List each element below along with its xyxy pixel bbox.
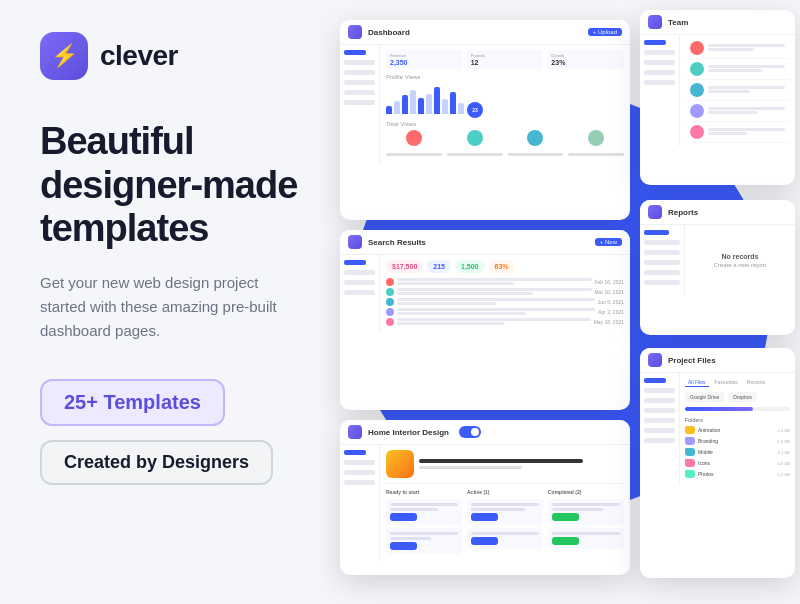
table-row-5: May 18, 2021 <box>386 318 624 326</box>
filter-all[interactable]: All Files <box>685 378 709 387</box>
folder-size-animation: 2.4 GB <box>778 428 790 433</box>
filter-favourites[interactable]: Favourites <box>712 378 741 387</box>
kanban-btn-1[interactable] <box>390 513 417 521</box>
badge-templates[interactable]: 25+ Templates <box>40 379 225 426</box>
bar-8 <box>442 99 448 114</box>
headline: Beautiful designer-made templates <box>40 120 300 251</box>
row-line-a-1 <box>397 278 592 281</box>
folder-icon-mobile <box>685 448 695 456</box>
stat-revenue-search: $17,500 <box>386 260 423 273</box>
bar-6 <box>426 94 432 114</box>
folder-animation[interactable]: Animation 2.4 GB <box>685 426 790 434</box>
files-content: All Files Favourites Recents Google Driv… <box>680 373 795 486</box>
person-role-1 <box>708 48 754 51</box>
mini-logo-files <box>648 353 662 367</box>
folder-name-branding: Branding <box>698 438 718 444</box>
row-line-b-5 <box>397 322 504 325</box>
search-sidebar-line-2 <box>344 280 375 285</box>
dashboard-header: Dashboard + Upload <box>340 20 630 45</box>
kanban-card-3 <box>467 499 543 525</box>
source-gdrive[interactable]: Google Drive <box>685 392 724 402</box>
bar-1 <box>386 106 392 114</box>
row-line-a-4 <box>397 308 595 311</box>
kanban-btn-6[interactable] <box>552 537 579 545</box>
sidebar-item-active <box>344 50 366 55</box>
kanban-line-4 <box>390 537 431 540</box>
folder-branding[interactable]: Branding 1.8 GB <box>685 437 790 445</box>
home-project-info <box>386 450 624 484</box>
bar-10 <box>458 103 464 114</box>
row-lines-3 <box>397 298 595 306</box>
app-logo-icon: ⚡ <box>40 32 88 80</box>
kanban-line-6 <box>471 508 525 511</box>
viewers-badge: 23 <box>467 102 483 118</box>
kanban-btn-2[interactable] <box>390 542 417 550</box>
stat-percent-search: 63% <box>489 260 515 273</box>
table-row-3: Jan 5, 2021 <box>386 298 624 306</box>
kanban-card-1 <box>386 499 462 525</box>
reports-sidebar-line-1 <box>644 240 680 245</box>
dashboard-title: Dashboard <box>368 28 410 37</box>
home-toggle[interactable] <box>459 426 481 438</box>
folder-name-animation: Animation <box>698 427 720 433</box>
dashboard-btn[interactable]: + Upload <box>588 28 622 36</box>
bar-chart <box>386 83 464 118</box>
row-avatar-2 <box>386 288 394 296</box>
table-rows: Feb 16, 2021 Mar 10, 2021 <box>386 278 624 326</box>
dashboard-body: Revenue 2,350 Projects 12 Growth 23% Pro… <box>340 45 630 164</box>
kanban-col-active: Active (1) <box>467 489 543 557</box>
folder-icon-animation <box>685 426 695 434</box>
kanban-header-completed: Completed (2) <box>548 489 624 495</box>
row-val-3: Jan 5, 2021 <box>598 299 624 305</box>
home-title-lines <box>419 459 624 469</box>
person-5 <box>685 122 790 143</box>
kanban-btn-3[interactable] <box>471 513 498 521</box>
stat-projects: Projects 12 <box>467 50 544 69</box>
person-name-4 <box>708 107 785 110</box>
person-avatar-1 <box>690 41 704 55</box>
kanban-btn-5[interactable] <box>552 513 579 521</box>
folder-photos[interactable]: Photos 5.2 GB <box>685 470 790 478</box>
files-sidebar <box>640 373 680 486</box>
files-sidebar-active <box>644 378 666 383</box>
stat-active-search: 1,500 <box>455 260 485 273</box>
screen-search: Search Results + New $17,500 215 1,500 6… <box>340 230 630 410</box>
bar-9 <box>450 92 456 114</box>
table-row-1: Feb 16, 2021 <box>386 278 624 286</box>
bar-2 <box>394 101 400 115</box>
row-line-a-2 <box>397 288 592 291</box>
search-sidebar <box>340 255 380 333</box>
filter-recents[interactable]: Recents <box>744 378 768 387</box>
home-body: Ready to start <box>340 445 630 562</box>
folders-label: Folders <box>685 417 790 423</box>
folder-name-icons: Icons <box>698 460 710 466</box>
folder-icons[interactable]: Icons 0.9 GB <box>685 459 790 467</box>
progress-fill <box>685 407 753 411</box>
files-sidebar-line-5 <box>644 428 675 433</box>
search-stats-row: $17,500 215 1,500 63% <box>386 260 624 273</box>
kanban-line-5 <box>471 503 539 506</box>
home-sidebar-active <box>344 450 366 455</box>
sidebar-line-2 <box>344 70 375 75</box>
stat-growth: Growth 23% <box>547 50 624 69</box>
kanban-btn-4[interactable] <box>471 537 498 545</box>
search-title: Search Results <box>368 238 426 247</box>
description: Get your new web design project started … <box>40 271 300 343</box>
source-dropbox[interactable]: Dropbox <box>728 392 757 402</box>
sidebar-line-3 <box>344 80 375 85</box>
search-btn[interactable]: + New <box>595 238 622 246</box>
folder-mobile[interactable]: Mobile 3.1 GB <box>685 448 790 456</box>
folder-size-branding: 1.8 GB <box>778 439 790 444</box>
left-panel: ⚡ clever Beautiful designer-made templat… <box>0 0 340 604</box>
kanban-line-3 <box>390 532 458 535</box>
mock-screens-container: Dashboard + Upload Revenue 2,350 <box>320 0 800 604</box>
kanban-card-4 <box>467 528 543 549</box>
home-content: Ready to start <box>380 445 630 562</box>
files-sidebar-line-1 <box>644 388 675 393</box>
stat-label-projects: Projects <box>471 53 540 58</box>
person-avatar-3 <box>690 83 704 97</box>
badge-designers[interactable]: Created by Designers <box>40 440 273 485</box>
row-line-b-1 <box>397 282 514 285</box>
kanban-card-5 <box>548 499 624 525</box>
search-content: $17,500 215 1,500 63% Feb 16, 2021 <box>380 255 630 333</box>
